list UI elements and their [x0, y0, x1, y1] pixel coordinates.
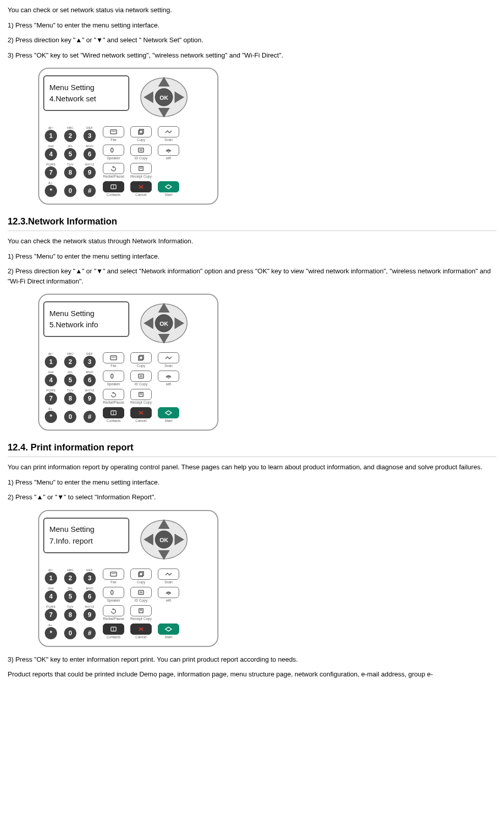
cancel-label: Cancel: [135, 193, 147, 196]
section3-footer: Product reports that could be printed in…: [8, 669, 496, 679]
section1-intro: You can check or set network status via …: [8, 5, 496, 15]
keypad-key-1: 1: [45, 572, 57, 584]
fax-button: [103, 126, 124, 137]
keypad-label: DEF: [87, 126, 93, 129]
fax-button: [103, 569, 124, 580]
start-label: Start: [165, 193, 173, 196]
keypad-key-7: 7: [45, 609, 57, 621]
receipt-label: Receipt Copy: [130, 401, 152, 404]
keypad-label: &+.: [48, 623, 53, 627]
receipt-label: Receipt Copy: [130, 617, 152, 620]
cancel-button: [130, 181, 152, 192]
fax-label: Fax: [110, 138, 117, 141]
redial-button: [103, 163, 124, 174]
receipt-label: Receipt Copy: [130, 175, 152, 178]
keypad-key-6: 6: [83, 590, 96, 603]
keypad-label: &+.: [48, 407, 53, 410]
fax-label: Fax: [110, 580, 117, 584]
keypad-key-1: 1: [45, 130, 57, 142]
contacts-button: [103, 623, 124, 635]
keypad-key-0: 0: [64, 185, 76, 197]
section2-step1: 1) Press "Menu" to enter the menu settin…: [8, 251, 496, 262]
keypad-key-0: 0: [64, 411, 76, 423]
keypad-key-3: 3: [83, 130, 96, 142]
redial-button: [103, 389, 124, 400]
speaker-button: [103, 145, 124, 156]
start-label: Start: [165, 635, 173, 639]
idcopy-label: ID Copy: [134, 599, 147, 602]
lcd-screen: Menu Setting 7.Info. report: [43, 518, 129, 553]
keypad-label: TUV: [67, 605, 74, 608]
receipt-button: [130, 389, 152, 400]
contacts-button: [103, 407, 124, 418]
function-keypad: Fax Copy Scan Speaker ID Copy wifi Redia…: [101, 352, 181, 422]
keypad-key-2: 2: [64, 356, 76, 368]
svg-rect-10: [139, 129, 144, 133]
keypad-label: DEF: [87, 569, 93, 572]
keypad-label: MNO: [86, 371, 94, 374]
section1-step3: 3) Press "OK" key to set "Wired network …: [8, 50, 496, 61]
svg-rect-59: [138, 590, 144, 594]
keypad-label: WXYZ: [85, 605, 95, 608]
copy-label: Copy: [137, 580, 145, 584]
copy-button: [130, 126, 152, 137]
wifi-label: wifi: [166, 156, 171, 160]
redial-label: Redial/Pause: [103, 617, 124, 620]
keypad-key-7: 7: [45, 166, 57, 179]
idcopy-button: [130, 371, 152, 382]
svg-marker-71: [165, 627, 172, 631]
contacts-label: Contacts: [106, 419, 121, 422]
svg-marker-23: [165, 185, 172, 189]
cancel-button: [130, 407, 152, 418]
speaker-button: [103, 371, 124, 382]
keypad-label: ABC: [67, 126, 73, 129]
svg-rect-58: [139, 572, 144, 576]
lcd-line1: Menu Setting: [49, 524, 123, 535]
control-panel-diagram-1: Menu Setting 4.Network set OK @!: 1 ABC …: [38, 68, 218, 205]
copy-button: [130, 352, 152, 363]
svg-marker-39: [112, 392, 114, 394]
section3-step2: 2) Press "▲" or "▼" to select "Informati…: [8, 492, 496, 502]
keypad-key-4: 4: [45, 148, 57, 160]
keypad-label: GHI: [48, 371, 54, 374]
contacts-button: [103, 181, 124, 192]
keypad-key-9: 9: [83, 166, 96, 179]
section1-step2: 2) Press direction key "▲" or "▼" and se…: [8, 35, 496, 45]
keypad-label: @!:: [48, 569, 53, 572]
keypad-label: WXYZ: [85, 163, 95, 166]
keypad-key-*: *: [45, 411, 57, 423]
receipt-button: [130, 163, 152, 174]
control-panel-diagram-2: Menu Setting 5.Network info OK @!: 1 ABC…: [38, 294, 218, 431]
svg-point-62: [168, 594, 169, 595]
keypad-key-5: 5: [64, 374, 76, 386]
scan-label: Scan: [164, 364, 173, 367]
keypad-label: GHI: [48, 145, 54, 148]
cancel-button: [130, 623, 152, 635]
keypad-key-#: #: [83, 627, 96, 639]
svg-text:OK: OK: [159, 95, 169, 101]
svg-rect-34: [139, 355, 144, 359]
contacts-label: Contacts: [106, 193, 121, 196]
lcd-screen: Menu Setting 5.Network info: [43, 301, 129, 337]
lcd-line2: 5.Network info: [49, 319, 123, 331]
keypad-label: &+.: [48, 181, 53, 184]
keypad-label: MNO: [86, 145, 94, 148]
fax-button: [103, 352, 124, 363]
direction-pad: OK: [133, 517, 194, 562]
svg-rect-57: [138, 573, 143, 577]
copy-label: Copy: [137, 138, 145, 141]
keypad-label: JKL: [67, 587, 73, 590]
cancel-label: Cancel: [135, 635, 147, 639]
numeric-keypad: @!: 1 ABC 2 DEF 3 GHI 4 JKL 5 MNO 6 PQRS…: [43, 352, 97, 423]
keypad-label: @!:: [48, 126, 53, 129]
lcd-screen: Menu Setting 4.Network set: [43, 75, 129, 111]
svg-text:OK: OK: [159, 536, 169, 543]
copy-label: Copy: [137, 364, 145, 367]
receipt-button: [130, 605, 152, 616]
start-button: [158, 181, 179, 192]
keypad-label: JKL: [67, 371, 73, 374]
idcopy-label: ID Copy: [134, 156, 147, 160]
fax-label: Fax: [110, 364, 117, 367]
keypad-key-9: 9: [83, 392, 96, 405]
wifi-label: wifi: [166, 599, 171, 602]
